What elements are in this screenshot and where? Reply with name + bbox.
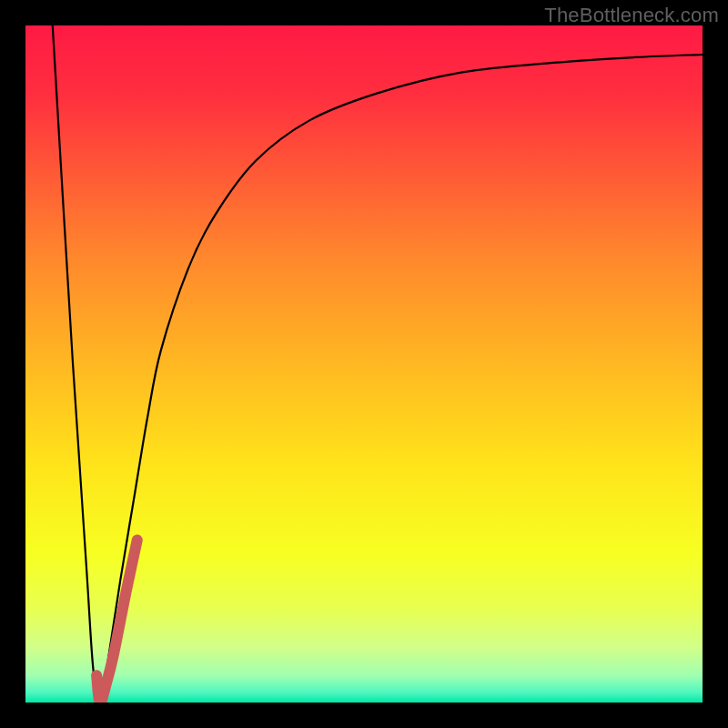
chart-svg [25,25,703,703]
chart-frame: TheBottleneck.com [0,0,728,728]
plot-area [25,25,703,703]
watermark-text: TheBottleneck.com [544,4,719,27]
